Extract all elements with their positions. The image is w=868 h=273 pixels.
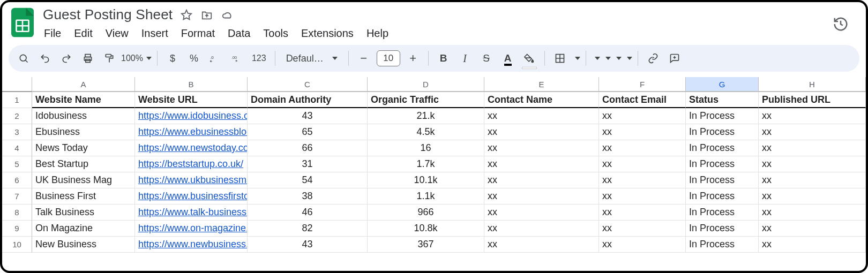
cell-E2[interactable]: xx (484, 108, 599, 124)
row-header-6[interactable]: 6 (2, 172, 32, 188)
cell-C6[interactable]: 54 (248, 172, 368, 188)
increase-fontsize-button[interactable]: + (403, 49, 423, 68)
cell-B3[interactable]: https://www.ebusinessbloc (135, 124, 248, 140)
text-wrap-button[interactable] (613, 57, 622, 60)
column-header-B[interactable]: B (135, 77, 248, 92)
cell-E4[interactable]: xx (484, 140, 599, 156)
cell-C3[interactable]: 65 (248, 124, 368, 140)
cell-A9[interactable]: On Magazine (32, 221, 135, 237)
cell-A7[interactable]: Business First (32, 188, 135, 204)
header-cell-C[interactable]: Domain Authority (248, 92, 368, 108)
row-header-2[interactable]: 2 (2, 108, 32, 124)
cell-H4[interactable]: xx (759, 140, 866, 156)
cell-A8[interactable]: Talk Business (32, 204, 135, 221)
cell-C5[interactable]: 31 (248, 156, 368, 172)
cell-H9[interactable]: xx (759, 221, 866, 237)
cell-D3[interactable]: 4.5k (368, 124, 484, 140)
row-header-10[interactable]: 10 (2, 237, 32, 253)
sheets-logo[interactable] (10, 6, 35, 39)
url-link[interactable]: https://beststartup.co.uk/ (138, 158, 243, 170)
url-link[interactable]: https://www.newstoday.co (138, 142, 248, 154)
row-header-3[interactable]: 3 (2, 124, 32, 140)
cell-C4[interactable]: 66 (248, 140, 368, 156)
fill-color-button[interactable] (520, 49, 539, 68)
cell-E5[interactable]: xx (484, 156, 599, 172)
cell-D9[interactable]: 10.8k (368, 221, 484, 237)
menu-format[interactable]: Format (181, 27, 215, 40)
cell-G3[interactable]: In Process (686, 124, 759, 140)
select-all-corner[interactable] (2, 77, 32, 92)
cell-C7[interactable]: 38 (248, 188, 368, 204)
increase-decimal-icon[interactable]: .00 (227, 49, 246, 68)
format-currency[interactable]: $ (163, 49, 182, 68)
insert-comment-button[interactable] (665, 49, 684, 68)
cell-D4[interactable]: 16 (368, 140, 484, 156)
url-link[interactable]: https://www.ebusinessbloc (138, 126, 248, 138)
url-link[interactable]: https://www.businessfirsto (138, 191, 248, 202)
header-cell-E[interactable]: Contact Name (484, 92, 599, 108)
cell-E10[interactable]: xx (484, 237, 599, 253)
text-color-button[interactable]: A (498, 49, 518, 68)
row-header-5[interactable]: 5 (2, 156, 32, 172)
zoom-select[interactable]: 100% (121, 54, 152, 63)
cell-F4[interactable]: xx (599, 140, 686, 156)
cell-F3[interactable]: xx (599, 124, 686, 140)
cell-E7[interactable]: xx (484, 188, 599, 204)
menu-help[interactable]: Help (366, 27, 388, 40)
column-header-A[interactable]: A (32, 77, 135, 92)
cell-D10[interactable]: 367 (368, 237, 484, 253)
cell-G4[interactable]: In Process (686, 140, 759, 156)
cell-G8[interactable]: In Process (686, 204, 759, 221)
header-cell-G[interactable]: Status (686, 92, 759, 108)
menu-tools[interactable]: Tools (263, 27, 288, 40)
url-link[interactable]: https://www.on-magazine. (138, 223, 248, 234)
header-cell-H[interactable]: Published URL (759, 92, 866, 108)
cell-D6[interactable]: 10.1k (368, 172, 484, 188)
cell-E9[interactable]: xx (484, 221, 599, 237)
url-link[interactable]: https://www.ukbusinessma (138, 175, 248, 186)
cell-E6[interactable]: xx (484, 172, 599, 188)
star-icon[interactable] (180, 9, 193, 21)
cell-H6[interactable]: xx (759, 172, 866, 188)
bold-button[interactable]: B (434, 49, 453, 68)
cell-F5[interactable]: xx (599, 156, 686, 172)
url-link[interactable]: https://www.talk-business. (138, 207, 248, 218)
redo-icon[interactable] (57, 49, 76, 68)
header-cell-F[interactable]: Contact Email (599, 92, 686, 108)
url-link[interactable]: https://www.newbusiness. (138, 239, 248, 250)
cell-D7[interactable]: 1.1k (368, 188, 484, 204)
cell-D5[interactable]: 1.7k (368, 156, 484, 172)
cell-H5[interactable]: xx (759, 156, 866, 172)
cell-F7[interactable]: xx (599, 188, 686, 204)
undo-icon[interactable] (35, 49, 55, 68)
cell-H10[interactable]: xx (759, 237, 866, 253)
column-header-F[interactable]: F (599, 77, 686, 92)
cell-B5[interactable]: https://beststartup.co.uk/ (135, 156, 248, 172)
cell-B6[interactable]: https://www.ukbusinessma (135, 172, 248, 188)
format-percent[interactable]: % (184, 49, 204, 68)
cell-F6[interactable]: xx (599, 172, 686, 188)
column-header-D[interactable]: D (368, 77, 484, 92)
cell-H3[interactable]: xx (759, 124, 866, 140)
cell-G10[interactable]: In Process (686, 237, 759, 253)
column-header-H[interactable]: H (759, 77, 866, 92)
cell-D2[interactable]: 21.k (368, 108, 484, 124)
column-header-E[interactable]: E (484, 77, 599, 92)
column-header-C[interactable]: C (248, 77, 368, 92)
cell-G9[interactable]: In Process (686, 221, 759, 237)
strikethrough-button[interactable]: S (477, 49, 496, 68)
row-header-8[interactable]: 8 (2, 204, 32, 221)
row-header-7[interactable]: 7 (2, 188, 32, 204)
cell-A3[interactable]: Ebusiness (32, 124, 135, 140)
vertical-align-button[interactable] (602, 57, 611, 60)
header-cell-A[interactable]: Website Name (32, 92, 135, 108)
cell-C8[interactable]: 46 (248, 204, 368, 221)
paint-format-icon[interactable] (100, 49, 119, 68)
cell-A5[interactable]: Best Startup (32, 156, 135, 172)
cell-A4[interactable]: News Today (32, 140, 135, 156)
menu-file[interactable]: File (44, 27, 61, 40)
horizontal-align-button[interactable] (592, 57, 600, 60)
move-folder-icon[interactable] (200, 9, 213, 21)
cell-A6[interactable]: UK Business Mag (32, 172, 135, 188)
spreadsheet-grid[interactable]: ABCDEFGH1Website NameWebsite URLDomain A… (2, 77, 866, 253)
